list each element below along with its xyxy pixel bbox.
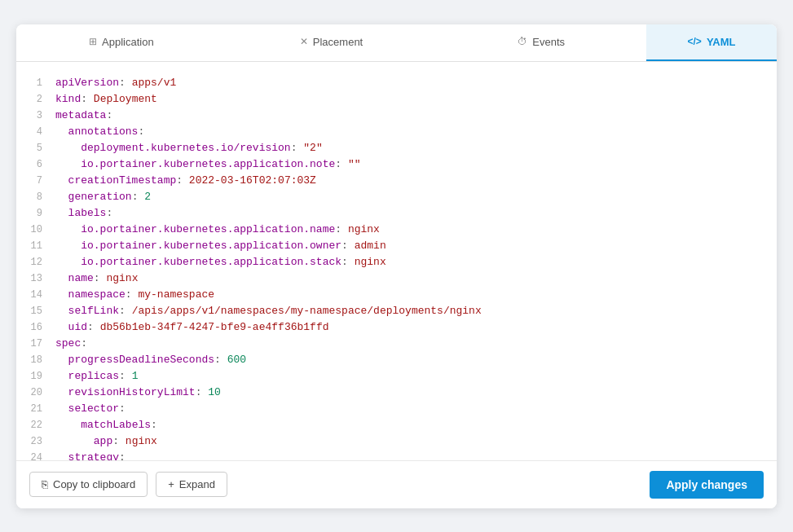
expand-button[interactable]: + Expand [156,472,227,497]
table-row: 1apiVersion: apps/v1 [23,75,770,91]
table-row: 5 deployment.kubernetes.io/revision: "2" [23,140,770,156]
line-number: 6 [23,156,55,173]
table-row: 15 selfLink: /apis/apps/v1/namespaces/my… [23,303,770,319]
line-number: 15 [23,303,55,319]
line-number: 2 [23,91,55,108]
copy-to-clipboard-button[interactable]: ⎘ Copy to clipboard [29,472,148,497]
tab-placement-label: Placement [313,36,363,48]
table-row: 13 name: nginx [23,270,770,287]
apply-changes-button[interactable]: Apply changes [650,471,764,499]
table-row: 14 namespace: my-namespace [23,287,770,303]
table-row: 4 annotations: [23,124,770,140]
table-row: 17spec: [23,336,770,352]
table-row: 9 labels: [23,205,770,222]
main-container: ⊞ Application ✕ Placement ⏱ Events </> Y… [16,24,777,508]
line-number: 19 [23,368,55,385]
table-row: 11 io.portainer.kubernetes.application.o… [23,238,770,254]
line-number: 21 [23,401,55,417]
line-number: 1 [23,75,55,91]
tab-placement[interactable]: ✕ Placement [227,24,437,61]
line-number: 7 [23,173,55,189]
line-number: 9 [23,205,55,222]
expand-label: Expand [179,478,215,490]
yaml-editor[interactable]: 1apiVersion: apps/v12kind: Deployment3me… [16,62,777,461]
table-row: 19 replicas: 1 [23,368,770,385]
line-number: 16 [23,319,55,336]
copy-icon: ⎘ [42,478,48,490]
table-row: 2kind: Deployment [23,91,770,108]
tab-yaml-label: YAML [707,36,736,48]
line-number: 18 [23,352,55,368]
table-row: 8 generation: 2 [23,189,770,205]
table-row: 6 io.portainer.kubernetes.application.no… [23,156,770,173]
line-number: 3 [23,108,55,124]
tab-events[interactable]: ⏱ Events [436,24,646,61]
line-number: 4 [23,124,55,140]
tab-application-label: Application [102,36,154,48]
line-number: 24 [23,450,55,461]
line-number: 23 [23,433,55,450]
table-row: 7 creationTimestamp: 2022-03-16T02:07:03… [23,173,770,189]
table-row: 23 app: nginx [23,433,770,450]
line-number: 11 [23,238,55,254]
line-number: 22 [23,417,55,433]
application-icon: ⊞ [89,36,97,47]
table-row: 16 uid: db56b1eb-34f7-4247-bfe9-ae4ff36b… [23,319,770,336]
tab-events-label: Events [532,36,565,48]
line-number: 20 [23,385,55,401]
line-number: 13 [23,270,55,287]
line-number: 8 [23,189,55,205]
line-number: 17 [23,336,55,352]
tab-yaml[interactable]: </> YAML [646,24,777,61]
copy-label: Copy to clipboard [53,478,135,490]
line-number: 10 [23,222,55,238]
footer-left-actions: ⎘ Copy to clipboard + Expand [29,472,227,497]
table-row: 18 progressDeadlineSeconds: 600 [23,352,770,368]
line-number: 12 [23,254,55,270]
tab-bar: ⊞ Application ✕ Placement ⏱ Events </> Y… [16,24,777,62]
table-row: 22 matchLabels: [23,417,770,433]
table-row: 20 revisionHistoryLimit: 10 [23,385,770,401]
table-row: 3metadata: [23,108,770,124]
table-row: 10 io.portainer.kubernetes.application.n… [23,222,770,238]
line-number: 5 [23,140,55,156]
placement-icon: ✕ [300,36,308,47]
apply-changes-label: Apply changes [666,478,747,491]
table-row: 21 selector: [23,401,770,417]
table-row: 24 strategy: [23,450,770,461]
line-number: 14 [23,287,55,303]
tab-application[interactable]: ⊞ Application [16,24,227,61]
yaml-icon: </> [688,36,702,47]
expand-icon: + [168,478,174,490]
footer: ⎘ Copy to clipboard + Expand Apply chang… [16,461,777,508]
events-icon: ⏱ [518,36,527,47]
table-row: 12 io.portainer.kubernetes.application.s… [23,254,770,270]
